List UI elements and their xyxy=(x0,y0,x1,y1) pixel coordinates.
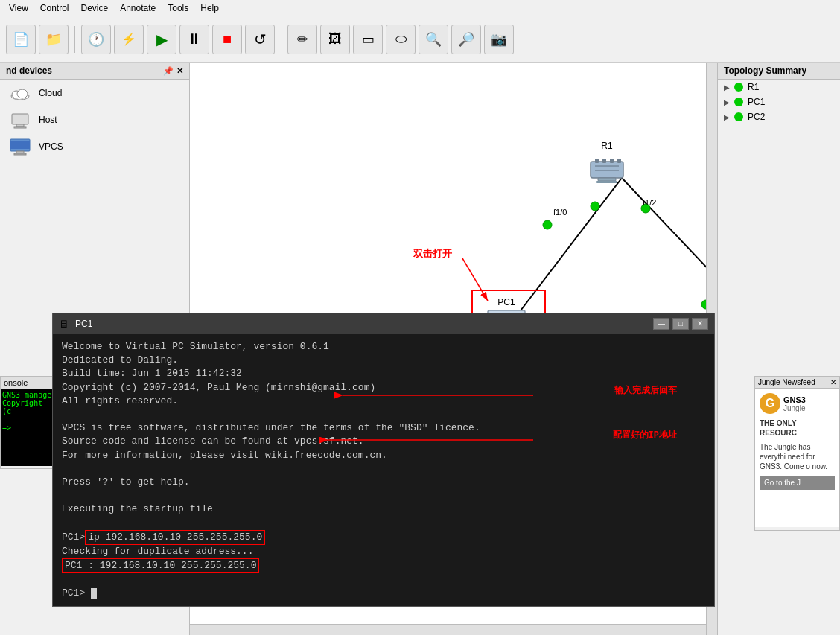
sidebar-item-vpcs-label: VPCS xyxy=(39,141,63,152)
terminal-line-9 xyxy=(62,462,705,476)
f1-0-label: f1/0 xyxy=(553,208,567,217)
console-header: onsole xyxy=(1,377,57,389)
svg-rect-17 xyxy=(595,159,599,163)
r1-topology-label: R1 xyxy=(748,82,759,92)
sidebar-item-host[interactable]: Host xyxy=(0,106,189,133)
terminal-pc1-prompt: PC1> xyxy=(62,531,85,544)
jungle-logo-text-block: GNS3 Jungle xyxy=(783,395,806,412)
sidebar-pin-icon[interactable]: 📌 xyxy=(163,66,174,76)
edit-button[interactable]: ✏ xyxy=(287,25,317,54)
svg-rect-24 xyxy=(596,181,617,183)
topology-item-pc1[interactable]: ▶ PC1 xyxy=(718,95,840,109)
svg-rect-18 xyxy=(602,159,606,163)
sidebar-item-cloud[interactable]: Cloud xyxy=(0,80,189,106)
jungle-logo-circle: G xyxy=(760,393,780,414)
terminal-line-10: Press '?' to get help. xyxy=(62,476,705,489)
terminal-result-row: PC1 : 192.168.10.10 255.255.255.0 xyxy=(62,558,705,573)
terminal-line-2: Build time: Jun 1 2015 11:42:32 xyxy=(62,367,705,380)
terminal-blank-2 xyxy=(62,573,705,587)
pc1-status-dot xyxy=(734,98,743,106)
terminal-final-prompt: PC1> xyxy=(62,587,705,600)
terminal-close-button[interactable]: ✕ xyxy=(692,318,708,330)
toolbar-separator-2 xyxy=(281,26,281,53)
console-line-3 xyxy=(2,415,56,424)
topology-title: Topology Summary xyxy=(718,63,840,80)
jungle-jungle-text: Jungle xyxy=(783,404,806,412)
zoom-in-button[interactable]: 🔍 xyxy=(419,25,448,54)
sidebar-title: nd devices xyxy=(6,66,52,76)
console-line-2: Copyright (c xyxy=(2,399,56,415)
jungle-panel: Jungle Newsfeed ✕ G GNS3 Jungle THE ONLY… xyxy=(754,376,840,531)
reload-button[interactable]: ↺ xyxy=(245,25,275,54)
pc2-topology-label: PC2 xyxy=(748,112,765,122)
pc1-topology-label: PC1 xyxy=(748,97,765,107)
terminal-cmd-input: ip 192.168.10.10 255.255.255.0 xyxy=(85,530,265,545)
rectangle-button[interactable]: ▭ xyxy=(353,25,383,54)
terminal-annotation-2: 配置好的IP地址 xyxy=(613,430,677,442)
r1-node[interactable]: R1 xyxy=(585,141,629,186)
pc2-expand-arrow: ▶ xyxy=(724,113,730,121)
toolbar: 📄 📁 🕐 ⚡ ▶ ⏸ ■ ↺ ✏ 🖼 ▭ ⬭ 🔍 🔎 📷 xyxy=(0,16,840,63)
svg-rect-7 xyxy=(10,141,30,149)
image-button[interactable]: 🖼 xyxy=(320,25,350,54)
console-title: onsole xyxy=(4,378,28,387)
terminal-window: 🖥 PC1 — □ ✕ Welcome to Virtual PC Simula… xyxy=(52,313,715,607)
open-button[interactable]: 📁 xyxy=(39,25,69,54)
menu-view[interactable]: View xyxy=(3,1,34,15)
console-prompt: => xyxy=(2,424,56,432)
jungle-close-icon[interactable]: ✕ xyxy=(830,378,836,386)
jungle-body: G GNS3 Jungle THE ONLY RESOURC The Jungl… xyxy=(755,389,839,527)
sidebar-item-vpcs[interactable]: VPCS xyxy=(0,133,189,160)
start-button[interactable]: ▶ xyxy=(147,25,176,54)
jungle-goto-button[interactable]: Go to the J xyxy=(760,476,835,490)
topology-item-r1[interactable]: ▶ R1 xyxy=(718,80,840,95)
jungle-header-title: Jungle Newsfeed xyxy=(758,378,815,386)
svg-rect-3 xyxy=(12,114,28,124)
svg-rect-5 xyxy=(14,127,26,128)
terminal-annotation-1: 输入完成后回车 xyxy=(614,385,677,398)
stop-button[interactable]: ■ xyxy=(212,25,242,54)
canvas-scrollbar-horizontal[interactable] xyxy=(190,624,706,635)
screenshot-button[interactable]: 📷 xyxy=(484,25,514,54)
vpcs-device-icon xyxy=(9,138,31,156)
terminal-result-line: PC1 : 192.168.10.10 255.255.255.0 xyxy=(62,558,259,573)
menu-tools[interactable]: Tools xyxy=(162,1,194,15)
r1-expand-arrow: ▶ xyxy=(724,83,730,92)
topology-item-pc2[interactable]: ▶ PC2 xyxy=(718,109,840,124)
terminal-minimize-button[interactable]: — xyxy=(653,318,669,330)
terminal-line-5 xyxy=(62,408,705,421)
pc2-status-dot xyxy=(734,112,743,121)
terminal-maximize-button[interactable]: □ xyxy=(672,318,689,330)
terminal-line-6: VPCS is free software, distributed under… xyxy=(62,421,705,435)
terminal-line-4: All rights reserved. xyxy=(62,395,705,408)
menu-device[interactable]: Device xyxy=(74,1,114,15)
run-button[interactable]: ⚡ xyxy=(114,25,144,54)
terminal-titlebar: 🖥 PC1 — □ ✕ xyxy=(53,313,714,334)
pause-button[interactable]: ⏸ xyxy=(179,25,209,54)
terminal-cmd-row: PC1> ip 192.168.10.10 255.255.255.0 xyxy=(62,530,705,545)
menu-annotate[interactable]: Annotate xyxy=(114,1,162,15)
zoom-out-button[interactable]: 🔎 xyxy=(451,25,481,54)
console-line-1: GNS3 manage xyxy=(2,391,56,399)
menu-control[interactable]: Control xyxy=(34,1,75,15)
svg-rect-16 xyxy=(591,162,623,178)
new-button[interactable]: 📄 xyxy=(6,25,36,54)
terminal-line-11 xyxy=(62,489,705,502)
terminal-line-12: Executing the startup file xyxy=(62,502,705,516)
menu-help[interactable]: Help xyxy=(194,1,225,15)
annotation-doubleclick: 双击打开 xyxy=(413,247,452,261)
jungle-logo: G GNS3 Jungle xyxy=(760,393,835,414)
f1-2-label: f1/2 xyxy=(643,198,656,207)
console-body[interactable]: GNS3 manage Copyright (c => xyxy=(1,389,57,466)
terminal-controls: — □ ✕ xyxy=(653,318,708,330)
jungle-logo-g-icon: G xyxy=(766,397,774,410)
history-button[interactable]: 🕐 xyxy=(81,25,111,54)
terminal-body[interactable]: Welcome to Virtual PC Simulator, version… xyxy=(53,334,714,606)
sidebar-close-icon[interactable]: ✕ xyxy=(176,66,183,76)
terminal-line-0: Welcome to Virtual PC Simulator, version… xyxy=(62,340,705,354)
ellipse-button[interactable]: ⬭ xyxy=(386,25,416,54)
jungle-header: Jungle Newsfeed ✕ xyxy=(755,377,839,389)
terminal-blank xyxy=(62,516,705,529)
jungle-body-text: The Jungle has everythi need for GNS3. C… xyxy=(760,442,835,471)
svg-rect-20 xyxy=(617,159,621,163)
